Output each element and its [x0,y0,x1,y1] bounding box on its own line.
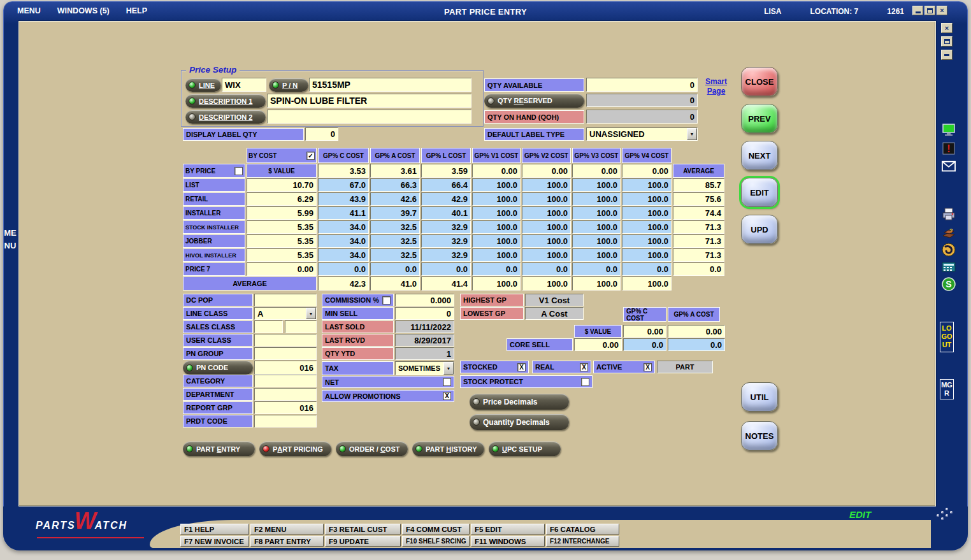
fkey-f9-button[interactable]: F9 UPDATE [325,536,401,547]
gp-cell[interactable]: 100.0 [572,178,621,192]
cost-value-cell[interactable]: 0.00 [572,164,621,178]
cost-value-cell[interactable]: 3.59 [421,164,471,178]
gp-cell[interactable]: 100.0 [522,178,571,192]
description2-button[interactable]: DESCRIPTION 2 [185,110,266,124]
gp-cell[interactable]: 100.0 [622,220,672,234]
min-sell-input[interactable]: 0 [395,307,454,320]
sales-class-input-2[interactable] [285,320,317,333]
gp-cell[interactable]: 100.0 [472,206,521,220]
net-checkbox[interactable] [443,378,451,386]
mail-icon[interactable] [942,159,956,173]
gp-cell[interactable]: 100.0 [622,234,672,248]
gp-cell[interactable]: 100.0 [472,248,521,262]
gp-cell[interactable]: 100.0 [472,192,521,206]
gp-cell[interactable]: 66.3 [370,178,420,192]
gp-cell[interactable]: 100.0 [622,206,672,220]
gp-cell[interactable]: 0.0 [370,262,420,276]
gp-cell[interactable]: 100.0 [622,248,672,262]
qty-available-input[interactable]: 0 [586,78,698,92]
gp-cell[interactable]: 100.0 [572,192,621,206]
default-label-type-select[interactable]: UNASSIGNED ▼ [586,127,698,141]
rail-minimize-button[interactable] [941,50,953,60]
minimize-button[interactable] [912,6,923,15]
description2-input[interactable] [267,110,471,124]
prdt-code-input[interactable] [254,415,317,427]
line-button[interactable]: LINE [185,78,221,92]
rail-close-button[interactable]: × [941,23,953,33]
line-class-select[interactable]: A▼ [254,307,317,320]
chevron-down-icon[interactable]: ▼ [306,308,316,319]
alert-icon[interactable]: ! [942,141,956,155]
cost-value-cell[interactable]: 0.00 [522,164,571,178]
close-window-button[interactable]: × [937,6,947,15]
price-cell[interactable]: 10.70 [247,178,317,192]
pn-code-button[interactable]: PN CODE [183,361,253,375]
pn-input[interactable]: 51515MP [309,78,471,92]
core-value-c-cost[interactable]: 0.00 [623,325,666,338]
smart-page-link[interactable]: Smart Page [701,77,731,96]
active-checkbox[interactable]: X [644,363,652,371]
gp-cell[interactable]: 34.0 [318,220,369,234]
gp-cell[interactable]: 100.0 [522,248,571,262]
gp-cell[interactable]: 100.0 [622,178,672,192]
printer-icon[interactable] [942,207,956,221]
by-cost-checkbox[interactable]: ✓ [306,152,315,160]
gp-cell[interactable]: 100.0 [472,220,521,234]
gp-cell[interactable]: 0.0 [472,262,521,276]
description1-button[interactable]: DESCRIPTION 1 [185,94,266,108]
upd-button[interactable]: UPD [741,215,778,244]
gp-cell[interactable]: 34.0 [318,234,369,248]
department-input[interactable] [254,388,317,401]
fkey-f8-button[interactable]: F8 PART ENTRY [250,536,324,547]
gp-cell[interactable]: 0.0 [421,262,471,276]
fkey-f12-button[interactable]: F12 INTERCHANGE [546,536,619,547]
gp-cell[interactable]: 100.0 [572,248,621,262]
restore-button[interactable] [924,6,935,15]
fkey-f1-button[interactable]: F1 HELP [180,524,249,535]
display-label-qty-input[interactable]: 0 [305,127,338,141]
next-button[interactable]: NEXT [741,141,778,170]
gp-cell[interactable]: 100.0 [572,220,621,234]
cost-value-cell[interactable]: 3.61 [370,164,420,178]
gp-cell[interactable]: 66.4 [421,178,471,192]
gp-cell[interactable]: 32.9 [421,220,471,234]
fkey-f3-button[interactable]: F3 RETAIL CUST [325,524,401,535]
menu-rail-button[interactable]: MENU [3,227,18,252]
calculator-icon[interactable] [942,260,956,274]
gp-cell[interactable]: 0.0 [318,262,369,276]
monitor-icon[interactable] [942,123,956,137]
quantity-decimals-button[interactable]: Quantity Decimals [470,414,569,430]
by-price-checkbox[interactable] [234,167,243,175]
price-cell[interactable]: 5.35 [247,234,317,248]
cost-value-cell[interactable]: 3.53 [318,164,369,178]
close-button[interactable]: CLOSE [741,67,778,96]
gp-cell[interactable]: 32.5 [370,234,420,248]
fkey-f5-button[interactable]: F5 EDIT [471,524,545,535]
util-button[interactable]: UTIL [741,382,778,412]
gp-cell[interactable]: 32.9 [421,234,471,248]
s-badge-icon[interactable]: S [942,277,956,291]
pn-code-input[interactable]: 016 [254,361,317,375]
chevron-down-icon[interactable]: ▼ [687,128,697,140]
tab-part-pricing[interactable]: PART PRICING [259,442,331,456]
price-cell[interactable]: 6.29 [247,192,317,206]
gp-cell[interactable]: 100.0 [522,192,571,206]
allow-promotions-checkbox[interactable]: X [443,392,451,400]
tab-part-history[interactable]: PART HISTORY [412,442,484,456]
price-cell[interactable]: 5.35 [247,248,317,262]
price-cell[interactable]: 0.00 [247,262,317,276]
tab-upc-setup[interactable]: UPC SETUP [489,442,561,456]
user-class-input[interactable] [254,334,317,347]
commission-checkbox[interactable] [382,296,391,305]
gp-cell[interactable]: 42.9 [421,192,471,206]
chevron-down-icon[interactable]: ▼ [443,362,454,375]
gp-cell[interactable]: 43.9 [318,192,369,206]
stock-protect-checkbox[interactable] [581,378,589,386]
resize-grip[interactable] [937,508,954,522]
fkey-f7-button[interactable]: F7 NEW INVOICE [180,536,249,547]
gp-cell[interactable]: 40.1 [421,206,471,220]
report-grp-input[interactable]: 016 [254,401,317,414]
gp-cell[interactable]: 32.5 [370,220,420,234]
gp-cell[interactable]: 34.0 [318,248,369,262]
gp-cell[interactable]: 41.1 [318,206,369,220]
